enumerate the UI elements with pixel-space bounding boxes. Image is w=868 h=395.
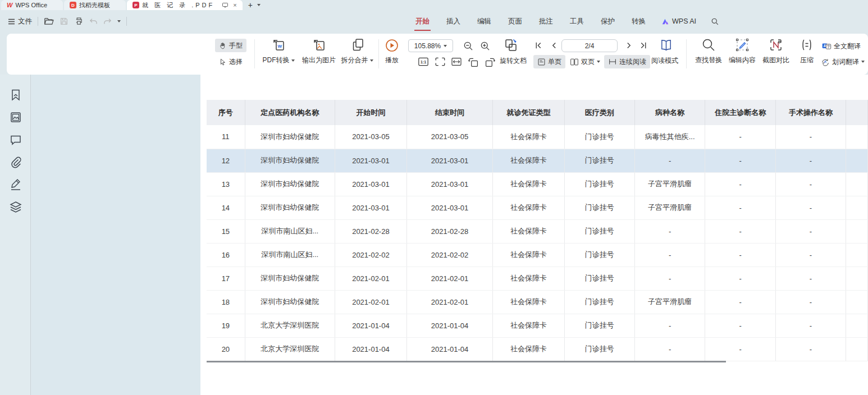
- hand-tool-button[interactable]: 手型: [215, 39, 246, 52]
- single-page-button[interactable]: 单页: [533, 55, 565, 68]
- tab-document[interactable]: P 就 医 记 录 .PDF ×: [127, 0, 243, 10]
- continuous-read-button[interactable]: 连续阅读: [604, 55, 650, 68]
- tab-list-chevron-icon[interactable]: [257, 4, 261, 6]
- table-cell: 社会保障卡: [493, 125, 565, 149]
- zoom-level-input[interactable]: 105.88%: [408, 39, 453, 52]
- tab-docer-templates[interactable]: D 找稻壳模板: [64, 0, 126, 10]
- select-tool-button[interactable]: 选择: [219, 55, 243, 68]
- rotate-right-icon[interactable]: [485, 57, 496, 67]
- table-header-row: 序号定点医药机构名称开始时间结束时间就诊凭证类型医疗类别病种名称住院主诊断名称手…: [207, 100, 868, 125]
- menu-item-tools[interactable]: 工具: [569, 15, 585, 29]
- export-image-button[interactable]: 输出为图片: [296, 56, 341, 65]
- table-row[interactable]: 20北京大学深圳医院2021-01-042021-01-04社会保障卡门诊挂号-…: [207, 337, 868, 361]
- table-cell: 11: [207, 125, 245, 149]
- table-cell: 门诊挂号: [565, 196, 635, 219]
- undo-icon[interactable]: [89, 17, 98, 25]
- svg-text:1:1: 1:1: [421, 60, 426, 64]
- double-page-button[interactable]: 双页: [570, 55, 600, 68]
- file-menu[interactable]: 文件: [8, 17, 32, 26]
- find-replace-button[interactable]: 查找替换: [692, 56, 725, 65]
- table-row[interactable]: 12深圳市妇幼保健院2021-03-012021-03-01社会保障卡门诊挂号-…: [207, 149, 868, 172]
- edit-content-button[interactable]: 编辑内容: [725, 56, 759, 65]
- menu-item-home[interactable]: 开始: [414, 15, 431, 29]
- last-page-icon[interactable]: [638, 40, 648, 50]
- search-icon[interactable]: [711, 17, 719, 26]
- zoom-in-icon[interactable]: [479, 40, 491, 52]
- layers-icon[interactable]: [9, 200, 22, 214]
- menu-item-protect[interactable]: 保护: [600, 15, 616, 29]
- table-cell: -: [775, 172, 846, 196]
- wps-ai-button[interactable]: WPS AI: [661, 17, 696, 25]
- table-cell: 子宫平滑肌瘤: [634, 172, 705, 196]
- menu-item-convert[interactable]: 转换: [631, 15, 647, 29]
- prev-page-icon[interactable]: [549, 40, 559, 50]
- actual-size-icon[interactable]: 1:1: [418, 57, 429, 67]
- table-cell: 15: [207, 219, 245, 243]
- table-row[interactable]: 15深圳市南山区妇...2021-02-282021-02-28社会保障卡门诊挂…: [207, 219, 868, 243]
- table-cell: 深圳市妇幼保健院: [245, 172, 335, 196]
- tab-label: 就 医 记 录 .PDF: [142, 1, 214, 10]
- table-cell: [846, 267, 868, 290]
- undo-redo-chevron-icon[interactable]: [117, 20, 121, 22]
- chevron-down-icon: [597, 61, 600, 63]
- rotate-doc-button[interactable]: 旋转文档: [500, 56, 527, 66]
- redo-icon[interactable]: [103, 17, 112, 25]
- table-cell: 社会保障卡: [493, 243, 565, 267]
- attachment-icon[interactable]: [9, 155, 22, 169]
- comment-icon[interactable]: [9, 133, 22, 146]
- table-row[interactable]: 18深圳市妇幼保健院2021-02-012021-02-01社会保障卡门诊挂号子…: [207, 290, 868, 314]
- compress-button[interactable]: 压缩: [796, 56, 818, 65]
- read-mode-button[interactable]: 阅读模式: [651, 56, 678, 66]
- table-row[interactable]: 13深圳市妇幼保健院2021-03-012021-03-01社会保障卡门诊挂号子…: [207, 172, 868, 196]
- column-header: 就诊凭证类型: [493, 100, 565, 125]
- column-header: 病种名称: [634, 100, 705, 125]
- table-row[interactable]: 14深圳市妇幼保健院2021-03-012021-03-01社会保障卡门诊挂号子…: [207, 196, 868, 219]
- menu-item-comment[interactable]: 批注: [538, 15, 554, 29]
- close-tab-icon[interactable]: ×: [233, 2, 236, 8]
- fit-width-icon[interactable]: [451, 57, 462, 66]
- table-cell: 社会保障卡: [493, 314, 565, 337]
- menu-item-edit[interactable]: 编辑: [476, 15, 492, 29]
- screenshot-compare-button[interactable]: 截图对比: [759, 56, 793, 65]
- rotate-pages-icon[interactable]: [503, 38, 519, 53]
- next-page-icon[interactable]: [624, 40, 634, 50]
- zoom-out-icon[interactable]: [463, 40, 474, 52]
- save-icon[interactable]: [60, 17, 68, 26]
- table-row[interactable]: 16深圳市南山区妇...2021-02-022021-02-02社会保障卡门诊挂…: [207, 243, 868, 267]
- present-monitor-icon[interactable]: [222, 2, 229, 8]
- play-icon: [385, 38, 399, 53]
- menu-item-page[interactable]: 页面: [507, 15, 523, 29]
- left-sidebar: [0, 75, 31, 395]
- table-row[interactable]: 19北京大学深圳医院2021-01-042021-01-04社会保障卡门诊挂号-…: [207, 314, 868, 337]
- open-folder-icon[interactable]: [44, 17, 54, 26]
- page-number-input[interactable]: 2/4: [561, 39, 618, 52]
- rotate-left-icon[interactable]: [468, 57, 479, 67]
- table-cell: 社会保障卡: [493, 149, 565, 172]
- navigation-panel[interactable]: [31, 75, 200, 395]
- print-icon[interactable]: [74, 17, 84, 26]
- play-button[interactable]: 播放: [381, 56, 403, 65]
- table-cell: [846, 172, 868, 196]
- fit-page-icon[interactable]: [435, 57, 446, 67]
- menu-item-insert[interactable]: 插入: [445, 15, 462, 29]
- table-row[interactable]: 17深圳市妇幼保健院2021-02-012021-02-01社会保障卡门诊挂号-…: [207, 267, 868, 290]
- split-merge-button[interactable]: 拆分合并: [336, 56, 378, 65]
- table-cell: [846, 149, 868, 172]
- table-cell: 社会保障卡: [493, 196, 565, 219]
- find-replace-icon: [701, 38, 716, 52]
- menu-bar: 文件 开始 插入 编辑 页面 批注 工具 保护 转换 WPS AI: [0, 10, 868, 33]
- bookmark-icon[interactable]: [9, 88, 22, 102]
- signature-icon[interactable]: [9, 178, 22, 191]
- table-cell: 2021-02-01: [406, 290, 492, 314]
- pdf-convert-button[interactable]: PDF转换: [257, 56, 300, 65]
- table-row[interactable]: 11深圳市妇幼保健院2021-03-052021-03-05社会保障卡门诊挂号病…: [207, 125, 868, 149]
- new-tab-button[interactable]: +: [248, 1, 253, 10]
- first-page-icon[interactable]: [533, 40, 543, 50]
- tab-wps-office[interactable]: W WPS Office: [1, 0, 63, 10]
- wps-logo-icon: W: [7, 2, 12, 8]
- pdf-page[interactable]: 序号定点医药机构名称开始时间结束时间就诊凭证类型医疗类别病种名称住院主诊断名称手…: [200, 75, 868, 395]
- word-translate-button[interactable]: A 划词翻译: [821, 55, 865, 68]
- image-icon[interactable]: [9, 111, 22, 124]
- full-translate-button[interactable]: A 字 全文翻译: [822, 39, 861, 53]
- table-cell: 北京大学深圳医院: [245, 314, 335, 337]
